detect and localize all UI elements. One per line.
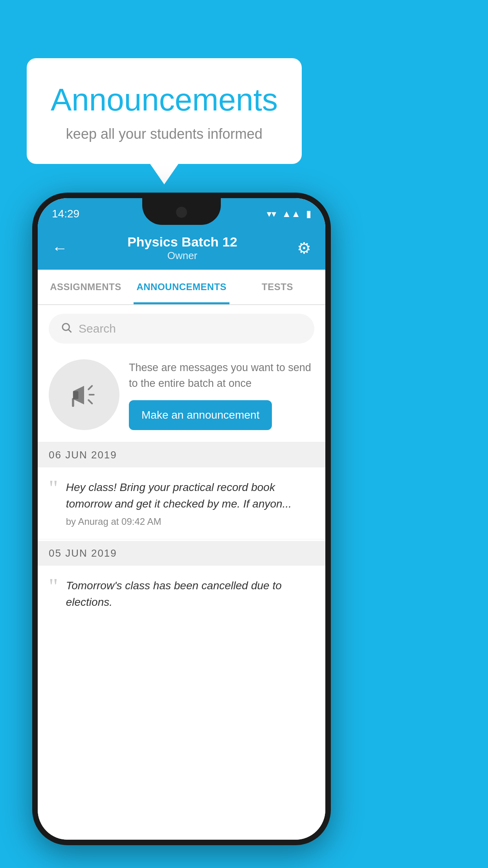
date-divider-1: 06 JUN 2019 <box>38 443 325 467</box>
make-announcement-button[interactable]: Make an announcement <box>129 400 272 430</box>
speech-bubble-wrapper: Announcements keep all your students inf… <box>27 58 302 164</box>
tab-tests[interactable]: TESTS <box>229 270 325 304</box>
announcement-text-2: Tomorrow's class has been cancelled due … <box>66 577 314 614</box>
announcement-text-1: Hey class! Bring your practical record b… <box>66 479 314 527</box>
quote-icon-1: " <box>49 477 58 500</box>
phone-outer: 14:29 ▾▾ ▲▲ ▮ ← Physics Batch 12 Owner ⚙… <box>32 193 331 845</box>
svg-rect-3 <box>73 391 79 399</box>
status-icons: ▾▾ ▲▲ ▮ <box>267 205 311 219</box>
quote-icon-2: " <box>49 575 58 598</box>
phone-notch <box>142 198 221 225</box>
bubble-subtitle: keep all your students informed <box>46 126 282 142</box>
screen-content: Search Thes <box>38 305 325 840</box>
tab-assignments[interactable]: ASSIGNMENTS <box>38 270 134 304</box>
bubble-title: Announcements <box>46 82 282 118</box>
back-button[interactable]: ← <box>52 239 68 257</box>
app-bar-subtitle: Owner <box>127 250 237 262</box>
cta-section: These are messages you want to send to t… <box>38 344 325 443</box>
phone-screen: 14:29 ▾▾ ▲▲ ▮ ← Physics Batch 12 Owner ⚙… <box>38 198 325 840</box>
settings-button[interactable]: ⚙ <box>297 239 311 257</box>
announcement-meta-1: by Anurag at 09:42 AM <box>66 516 314 527</box>
announcement-item-2[interactable]: " Tomorrow's class has been cancelled du… <box>38 566 325 626</box>
svg-point-0 <box>62 324 70 331</box>
date-divider-2: 05 JUN 2019 <box>38 541 325 566</box>
svg-line-1 <box>69 329 72 332</box>
announcement-body-1: Hey class! Bring your practical record b… <box>66 479 314 512</box>
svg-line-5 <box>88 386 92 390</box>
front-camera <box>176 207 187 218</box>
tab-announcements[interactable]: ANNOUNCEMENTS <box>134 270 229 304</box>
status-time: 14:29 <box>52 204 79 220</box>
phone-mockup: 14:29 ▾▾ ▲▲ ▮ ← Physics Batch 12 Owner ⚙… <box>32 193 331 853</box>
announcement-item-1[interactable]: " Hey class! Bring your practical record… <box>38 467 325 539</box>
signal-icon: ▲▲ <box>282 208 301 219</box>
cta-description: These are messages you want to send to t… <box>129 360 314 392</box>
speech-bubble: Announcements keep all your students inf… <box>27 58 302 164</box>
battery-icon: ▮ <box>306 208 311 219</box>
app-bar-title: Physics Batch 12 <box>127 234 237 250</box>
search-placeholder: Search <box>79 322 116 335</box>
wifi-icon: ▾▾ <box>267 208 276 219</box>
announcement-body-2: Tomorrow's class has been cancelled due … <box>66 577 314 611</box>
app-bar: ← Physics Batch 12 Owner ⚙ <box>38 226 325 270</box>
tabs-bar: ASSIGNMENTS ANNOUNCEMENTS TESTS <box>38 270 325 305</box>
search-bar[interactable]: Search <box>49 314 314 344</box>
svg-line-7 <box>88 400 92 404</box>
app-bar-title-group: Physics Batch 12 Owner <box>127 234 237 262</box>
search-icon <box>61 321 72 337</box>
cta-right: These are messages you want to send to t… <box>129 360 314 430</box>
megaphone-icon-circle <box>49 359 119 430</box>
